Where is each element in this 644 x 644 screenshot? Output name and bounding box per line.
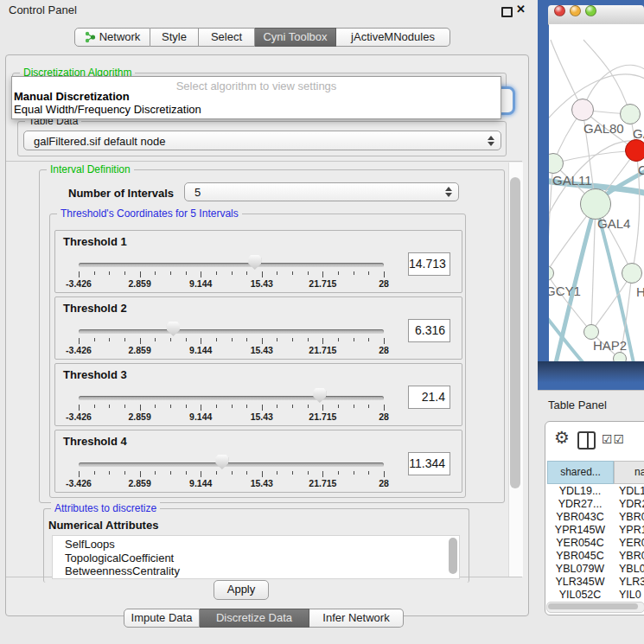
network-node[interactable] (622, 263, 642, 284)
major-tick (79, 471, 80, 477)
viewport-top-divider (6, 161, 522, 162)
tick-label: 21.715 (296, 411, 348, 422)
dropdown-item-equal-width-frequency-discretization[interactable]: Equal Width/Frequency Discretization (14, 103, 201, 116)
major-tick (140, 471, 141, 477)
table-row[interactable]: YDL19...YDL1 (547, 485, 644, 498)
table-row[interactable]: YIL052CYIL0 (547, 589, 644, 602)
tab-network[interactable]: Network (74, 28, 150, 47)
table-row[interactable]: YBL079WYBL0 (547, 563, 644, 576)
list-item-topologicalcoefficient[interactable]: TopologicalCoefficient (65, 552, 174, 564)
minor-tick (155, 271, 156, 275)
table-row[interactable]: YBR045CYBR0 (547, 550, 644, 563)
table-row[interactable]: YDR27...YDR2 (547, 498, 644, 511)
gear-icon[interactable]: ⚙ (554, 427, 570, 448)
network-node[interactable] (571, 99, 594, 121)
tab-impute-data[interactable]: Impute Data (124, 609, 200, 628)
network-node[interactable] (613, 352, 627, 361)
slider-thumb[interactable] (248, 255, 261, 270)
tick-label: 15.43 (236, 278, 288, 289)
close-traffic-light[interactable] (554, 5, 565, 16)
minor-tick (308, 471, 309, 475)
minimize-traffic-light[interactable] (570, 5, 581, 16)
minor-tick (354, 271, 354, 275)
list-item-selfloops[interactable]: SelfLoops (65, 538, 115, 551)
slider-track[interactable] (79, 462, 384, 467)
threshold-label: Threshold 4 (63, 435, 127, 448)
tick-label: -3.426 (53, 411, 105, 422)
slider-track[interactable] (79, 329, 384, 334)
minor-tick (338, 271, 339, 275)
minor-tick (308, 338, 309, 341)
major-tick (201, 271, 201, 277)
minor-tick (186, 338, 187, 341)
list-scrollbar-thumb[interactable] (449, 538, 457, 574)
table-data-combobox[interactable]: galFiltered.sif default node (23, 131, 501, 150)
minor-tick (232, 271, 233, 275)
major-tick (384, 271, 385, 277)
tick-label: 28 (358, 345, 410, 355)
column-header-shared[interactable]: shared... (547, 461, 614, 484)
tab-infer-network[interactable]: Infer Network (309, 609, 404, 628)
minor-tick (124, 271, 125, 275)
number-of-intervals-combobox[interactable]: 5 (184, 182, 459, 201)
stepper-arrows-icon (488, 136, 494, 146)
tab-cyni-toolbox[interactable]: Cyni Toolbox (255, 28, 336, 47)
node-label-c: C (638, 163, 644, 177)
network-node[interactable] (625, 139, 644, 162)
network-edge (553, 150, 636, 163)
table-row[interactable]: YER054CYER0 (547, 537, 644, 550)
tab-style[interactable]: Style (150, 28, 199, 47)
threshold-value-field[interactable]: 11.344 (408, 452, 450, 475)
columns-icon[interactable] (577, 431, 596, 450)
threshold-value-field[interactable]: 21.4 (408, 386, 450, 409)
threshold-value-field[interactable]: 14.713 (408, 252, 450, 276)
tab-label: Impute Data (131, 609, 193, 627)
cell-shared-name: YDL19... (547, 485, 613, 497)
tick-label: 15.43 (236, 478, 288, 488)
close-icon[interactable]: ✕ (516, 3, 526, 16)
list-item-betweennesscentrality[interactable]: BetweennessCentrality (65, 564, 180, 577)
threshold-value-field[interactable]: 6.316 (408, 319, 450, 342)
table-row[interactable]: YBR043CYBR0 (547, 511, 644, 524)
tick-label: 2.859 (114, 345, 166, 355)
horizontal-scrollbar-track[interactable] (546, 602, 644, 613)
major-tick (262, 271, 263, 277)
vertical-scrollbar-thumb[interactable] (510, 177, 520, 488)
column-header-name[interactable]: na (614, 461, 644, 484)
tick-label: 15.43 (236, 345, 288, 355)
threshold-panel-3: Threshold 3-3.4262.8599.14415.4321.71528… (54, 363, 462, 426)
cell-shared-name: YPR145W (547, 524, 613, 536)
major-tick (79, 271, 80, 277)
node-label-hap2: HAP2 (593, 338, 627, 353)
slider-thumb[interactable] (215, 455, 228, 469)
slider-track[interactable] (79, 396, 384, 400)
zoom-traffic-light[interactable] (585, 5, 596, 16)
horizontal-scrollbar-thumb[interactable] (548, 603, 638, 609)
tab-discretize-data[interactable]: Discretize Data (200, 609, 309, 628)
minor-tick (124, 338, 125, 341)
network-node[interactable] (580, 188, 611, 220)
tab-jactivemnodules[interactable]: jActiveMNodules (336, 28, 450, 47)
checkbox-icons[interactable]: ☑☑ (602, 432, 625, 446)
tab-label: Style (162, 29, 187, 46)
tab-label: jActiveMNodules (351, 29, 435, 46)
network-canvas[interactable]: GAL80GACGAL11GAL4GCY1HHAP2 (549, 24, 644, 361)
slider-thumb[interactable] (167, 322, 180, 336)
float-window-icon[interactable] (501, 7, 513, 17)
threshold-panels: Threshold 1-3.4262.8599.14415.4321.71528… (54, 230, 462, 493)
tick-label: 28 (358, 478, 410, 488)
slider-track[interactable] (79, 263, 384, 267)
minor-tick (216, 471, 217, 475)
apply-button[interactable]: Apply (214, 580, 269, 600)
minor-tick (277, 471, 277, 475)
slider-thumb[interactable] (313, 388, 326, 403)
tab-select[interactable]: Select (199, 28, 255, 47)
numerical-attributes-list[interactable]: SelfLoopsTopologicalCoefficientBetweenne… (52, 535, 460, 579)
table-row[interactable]: YPR145WYPR1 (547, 524, 644, 537)
dropdown-item-manual-discretization[interactable]: Manual Discretization (14, 90, 130, 103)
table-panel-title: Table Panel (548, 399, 607, 411)
table-row[interactable]: YLR345WYLR3 (547, 576, 644, 589)
minor-tick (292, 405, 293, 408)
minor-tick (216, 405, 217, 408)
cell-name: YLR3 (619, 576, 644, 588)
